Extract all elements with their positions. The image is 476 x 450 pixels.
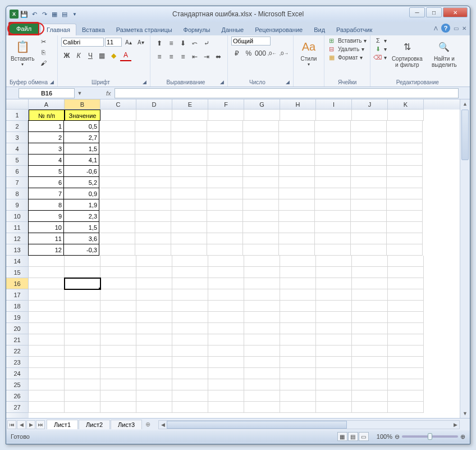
cell-C20[interactable]	[100, 323, 136, 334]
align-center-icon[interactable]: ≡	[166, 51, 177, 62]
close-button[interactable]: ✕	[443, 7, 468, 17]
workbook-close-icon[interactable]: ✕	[462, 25, 466, 31]
select-all-corner[interactable]	[6, 99, 29, 110]
clear-button[interactable]: ⌫▾	[374, 53, 387, 61]
cell-E15[interactable]	[172, 267, 208, 278]
name-box-dropdown-icon[interactable]: ▼	[76, 88, 84, 98]
col-header-J[interactable]: J	[352, 99, 388, 110]
cell-H13[interactable]	[279, 244, 315, 256]
zoom-slider[interactable]	[402, 435, 458, 438]
cell-D15[interactable]	[136, 267, 172, 278]
cell-G23[interactable]	[244, 357, 280, 368]
vertical-scrollbar[interactable]: ▲ ▼	[460, 99, 470, 418]
cell-K22[interactable]	[388, 346, 424, 357]
cell-J24[interactable]	[352, 368, 388, 379]
percent-icon[interactable]: %	[243, 48, 254, 59]
cell-J22[interactable]	[352, 346, 388, 357]
scroll-up-icon[interactable]: ▲	[460, 99, 470, 108]
number-format-input[interactable]	[231, 37, 271, 46]
cell-F1[interactable]	[208, 110, 244, 121]
alignment-launcher-icon[interactable]: ◢	[220, 79, 224, 85]
view-normal-icon[interactable]: ▦	[337, 432, 347, 441]
cell-F13[interactable]	[207, 244, 243, 256]
row-header-21[interactable]: 21	[6, 334, 29, 346]
row-header-23[interactable]: 23	[6, 357, 29, 368]
col-header-I[interactable]: I	[316, 99, 352, 110]
cell-E1[interactable]	[172, 110, 208, 121]
cell-B24[interactable]	[65, 368, 100, 379]
cell-D27[interactable]	[136, 402, 172, 413]
cell-I10[interactable]	[315, 211, 351, 222]
col-header-E[interactable]: E	[172, 99, 208, 110]
cell-K2[interactable]	[387, 121, 423, 132]
cell-F27[interactable]	[208, 402, 244, 413]
formula-bar[interactable]	[115, 88, 459, 98]
cell-A12[interactable]: 11	[28, 233, 64, 244]
wrap-text-icon[interactable]: ⤶	[201, 38, 212, 49]
cell-H6[interactable]	[279, 166, 315, 177]
tab-view[interactable]: Вид	[308, 24, 331, 35]
cell-F22[interactable]	[208, 346, 244, 357]
currency-icon[interactable]: ₽	[231, 48, 242, 59]
paste-button[interactable]: 📋 Вставить ▾	[10, 37, 35, 68]
cell-A20[interactable]	[29, 323, 65, 334]
cell-K15[interactable]	[388, 267, 424, 278]
cell-A10[interactable]: 9	[28, 210, 64, 222]
scroll-left-icon[interactable]: ◀	[159, 421, 167, 429]
cell-F11[interactable]	[207, 222, 243, 233]
cell-J17[interactable]	[352, 289, 388, 301]
cell-B25[interactable]	[65, 379, 100, 390]
cell-J23[interactable]	[352, 357, 388, 368]
cell-A18[interactable]	[29, 301, 65, 312]
cell-F20[interactable]	[208, 323, 244, 334]
tab-data[interactable]: Данные	[216, 24, 249, 35]
cell-F14[interactable]	[208, 256, 244, 267]
cell-E25[interactable]	[172, 379, 208, 390]
cell-D1[interactable]	[136, 110, 172, 121]
cell-J19[interactable]	[352, 312, 388, 323]
row-header-15[interactable]: 15	[6, 267, 29, 278]
row-header-7[interactable]: 7	[6, 177, 29, 188]
cell-F21[interactable]	[208, 334, 244, 346]
cell-A19[interactable]	[29, 312, 65, 323]
cell-J12[interactable]	[351, 233, 387, 244]
cell-F26[interactable]	[208, 390, 244, 402]
sort-filter-button[interactable]: ⇅ Сортировка и фильтр	[389, 37, 425, 69]
row-header-6[interactable]: 6	[6, 166, 29, 177]
cell-C11[interactable]	[99, 222, 135, 233]
cell-K25[interactable]	[388, 379, 424, 390]
cell-G20[interactable]	[244, 323, 280, 334]
cell-A24[interactable]	[29, 368, 65, 379]
cell-F15[interactable]	[208, 267, 244, 278]
cell-H20[interactable]	[280, 323, 316, 334]
qat-icon-2[interactable]: ▤	[60, 10, 69, 19]
sheet-nav-first-icon[interactable]: ⏮	[7, 420, 16, 429]
cell-A21[interactable]	[29, 334, 65, 346]
cell-I3[interactable]	[315, 132, 351, 143]
cell-J8[interactable]	[351, 188, 387, 199]
cell-A25[interactable]	[29, 379, 65, 390]
row-header-11[interactable]: 11	[6, 222, 29, 233]
cell-H19[interactable]	[280, 312, 316, 323]
tab-home[interactable]: Главная	[40, 24, 76, 35]
tab-developer[interactable]: Разработчик	[331, 24, 378, 35]
sheet-nav-last-icon[interactable]: ⏭	[36, 420, 45, 429]
cell-C17[interactable]	[100, 289, 136, 301]
autosum-button[interactable]: Σ▾	[374, 37, 387, 44]
cell-E21[interactable]	[172, 334, 208, 346]
cell-C15[interactable]	[100, 267, 136, 278]
cell-J6[interactable]	[351, 166, 387, 177]
cell-H2[interactable]	[279, 121, 315, 132]
border-icon[interactable]: ▦	[97, 50, 108, 61]
insert-cells-button[interactable]: ⊞Вставить ▾	[328, 37, 367, 44]
cell-B14[interactable]	[65, 256, 100, 267]
cell-K12[interactable]	[387, 233, 423, 244]
cell-I2[interactable]	[315, 121, 351, 132]
col-header-H[interactable]: H	[280, 99, 316, 110]
view-break-icon[interactable]: ▭	[359, 432, 369, 441]
cell-C13[interactable]	[99, 244, 135, 256]
cell-J25[interactable]	[352, 379, 388, 390]
cell-A17[interactable]	[29, 289, 65, 301]
cell-B3[interactable]: 2,7	[63, 131, 99, 143]
cell-C12[interactable]	[99, 233, 135, 244]
